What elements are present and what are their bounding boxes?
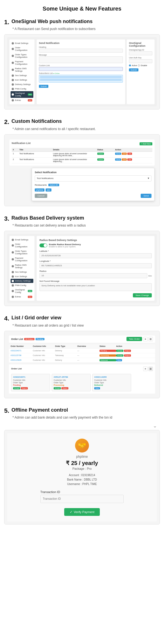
f3-sidebar-onesignal[interactable]: OneSignal Config New [11,288,33,294]
delete-btn[interactable]: Del [127,153,132,155]
app-id-label: Onesignal App ID [129,49,152,51]
auth-key-input[interactable] [129,59,152,63]
order-list-title: Order List [11,338,23,340]
f3-sidebar-sms[interactable]: Radius SMS Settings [11,263,33,270]
not-found-value[interactable]: Sorry Delivery area is not available nea… [39,283,152,291]
send-btn-2[interactable]: Send [115,158,121,161]
accept-btn-2[interactable]: Accept [116,354,123,357]
lat-value[interactable]: 25.4152019193728 [39,253,152,258]
tag-abc[interactable]: abc [46,188,51,192]
list-view-icon[interactable]: ≡ [143,337,148,341]
send-btn[interactable]: Send [115,153,121,155]
app-id-input[interactable] [129,51,152,55]
feature-4-header: 4. List / Grid order view [4,315,160,322]
f3-delivery-icon [12,280,14,282]
select-all-button[interactable]: Select All [48,184,59,186]
filter-all-btn[interactable]: All Orders [24,338,34,340]
order-id-1: #202234071 [11,350,33,352]
feature-3-header: 3. Radius Based Delivery system [4,215,160,222]
sidebar-item-sms[interactable]: Radius SMS Settings [11,66,33,73]
order-types-icon [12,55,14,57]
cancel-button[interactable]: Cancel [35,194,47,198]
order-list-header: Order List All Orders Pending Take Order… [9,335,155,343]
f3-sidebar-delivery[interactable]: Delivery Settings [11,279,33,283]
f3-extras-icon [12,296,14,298]
enable-radius-toggle[interactable] [39,243,47,247]
heading-input[interactable] [39,49,123,53]
take-order-button[interactable]: Take Order [126,337,142,341]
grid-view-3[interactable]: View [94,387,100,389]
grid-view-icon[interactable]: ⊞ [148,337,153,341]
grid-reject-2[interactable]: Reject [61,387,68,389]
sidebar-item-email[interactable]: Email Settings [11,41,33,45]
save-change-button[interactable]: Save Change [133,293,152,297]
sidebar-item-payment[interactable]: Payment Configuration [11,59,33,66]
f3-icon-settings [12,275,14,278]
sidebar-item-order-types[interactable]: Order Types Configuration [11,53,33,59]
f3-sidebar-icon[interactable]: Icon Settings [11,274,33,279]
grid-reject-1[interactable]: Reject [21,387,28,389]
f3-sidebar-email[interactable]: Email Settings [11,238,33,242]
txn-input[interactable] [40,495,124,503]
feature-2-desc: Admin can send notifications to all / sp… [13,127,160,131]
sidebar-item-onesignal[interactable]: OneSignal Config New [11,91,33,98]
add-new-button[interactable]: + Add New [140,142,152,145]
f1-inner: Email Settings Order Configuration Order… [7,37,157,106]
sidebar-item-delivery[interactable]: Delivery Settings [11,82,33,86]
f3-extras-badge: New [28,296,32,298]
grid-list-icon[interactable]: ≡ [143,367,148,371]
f3-pwa-icon [12,284,14,287]
grid-grid-icon[interactable]: ⊞ [148,367,153,371]
f3-sidebar-payment[interactable]: Payment Configuration [11,256,33,263]
custom-link-input[interactable] [39,67,123,71]
notification-dropdown[interactable]: Test Notifications ▼ [35,175,151,181]
grid-accept-1[interactable]: Accept [13,387,20,389]
feature-2-title: Custom Notifications [11,118,62,125]
verify-payment-button[interactable]: ✓ Verify Payment [64,508,100,516]
message-input[interactable] [39,56,123,63]
txn-label: Transaction ID [40,490,124,494]
submit-button[interactable]: Submit [39,85,48,88]
grid-card-btns-3: View [94,387,129,389]
onesignal-submit-btn[interactable]: Submit [129,68,138,71]
sidebar-item-extras[interactable]: Extras New [11,98,33,102]
col-title: Title [18,148,52,152]
f3-sidebar-extras[interactable]: Extras New [11,295,33,299]
edit-btn[interactable]: Edit [122,153,127,155]
tag-phptime[interactable]: phptime [35,188,44,192]
heading-label: Heading [39,46,123,48]
sidebar-item-order-config[interactable]: Order Configuration [11,46,33,52]
f3-sidebar-seo[interactable]: Seo Settings [11,270,33,274]
lng-value[interactable]: 89.71980011449523 [39,263,152,268]
feature-3-desc: Restaurants can set delivery areas with … [13,223,160,227]
toggle-label: Enable Radius Based Delivery [49,243,81,246]
active-radio[interactable] [129,64,131,66]
sidebar-item-pwa[interactable]: PWA Config [11,87,33,91]
reject-btn-2[interactable]: Reject [124,354,131,357]
radius-value[interactable]: 10 [39,273,147,278]
grid-accept-2[interactable]: Accept [54,387,61,389]
send-button[interactable]: Send [141,194,151,198]
notification-list-panel: Notification List + Add New # Title Deta… [9,140,155,166]
order-table: Order Number Customer Info Order Type Ov… [9,344,155,363]
f4-inner: Order List All Orders Pending Take Order… [7,334,157,395]
sms-icon [12,69,14,71]
f3-sidebar-pwa[interactable]: PWA Config [11,283,33,287]
sidebar-item-seo[interactable]: Seo Settings [11,73,33,78]
reject-btn[interactable]: Reject [124,350,131,352]
f3-sidebar-order[interactable]: Order Configuration [11,242,33,249]
disable-label: Disable [141,64,147,66]
view-btn[interactable]: View [116,359,122,361]
sidebar-item-icon[interactable]: Icon Settings [11,78,33,82]
send-notif-title: Send Notification [39,42,123,44]
custom-link-label: Custom Link [39,64,123,66]
feature-5-desc: Admin can add bank details and can verif… [13,416,160,419]
f3-sidebar-types[interactable]: Order Types Configuration [11,249,33,256]
disable-radio[interactable] [138,64,140,66]
filter-pending-btn[interactable]: Pending [36,338,44,340]
edit-btn-2[interactable]: Edit [122,158,127,161]
delete-btn-2[interactable]: Del [127,158,132,161]
grid-card-1: #202234071 Customer Info Order Type Pend… [11,374,50,391]
table-row: 2 Test Notifications Lorem ipsum dolor s… [12,157,152,163]
accept-btn[interactable]: Accept [116,350,123,352]
